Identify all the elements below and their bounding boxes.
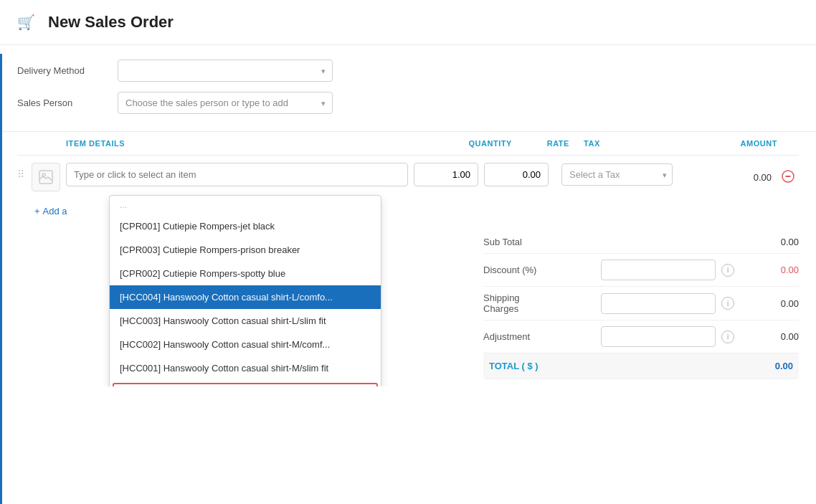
rate-input[interactable] [484,163,549,186]
discount-value: 0.00 [741,265,799,275]
discount-input[interactable] [601,260,716,280]
cart-icon: 🛒 [17,14,35,31]
total-row: TOTAL ( $ ) 0.00 [483,353,799,379]
col-header-tax: TAX [577,139,691,148]
tax-select[interactable]: Select a Tax [561,163,673,186]
delivery-method-row: Delivery Method ▾ [17,60,799,82]
add-new-item-button[interactable]: + Add New Item [113,383,378,386]
sales-person-select[interactable]: Choose the sales person or type to add [118,92,333,114]
page-header: 🛒 New Sales Order [0,0,816,45]
sales-person-wrapper: Choose the sales person or type to add ▾ [118,92,333,114]
subtotal-value: 0.00 [741,237,799,247]
sales-person-row: Sales Person Choose the sales person or … [17,92,799,114]
item-input-wrapper: ... [CPR001] Cutiepie Rompers-jet black … [66,163,408,186]
shipping-input[interactable] [601,293,716,314]
delivery-method-select[interactable] [118,60,333,82]
drag-handle-icon[interactable]: ⠿ [17,163,32,180]
item-dropdown: ... [CPR001] Cutiepie Rompers-jet black … [109,195,381,386]
total-label: TOTAL ( $ ) [489,361,612,371]
shipping-value: 0.00 [741,298,799,309]
adjustment-input[interactable] [601,326,716,347]
subtotal-row: Sub Total 0.00 [483,231,799,254]
dropdown-item-hcc004[interactable]: [HCC004] Hanswooly Cotton casual shirt-L… [110,285,381,309]
table-row: ⠿ ... [CPR001] Cutiepie Rompers-jet blac… [17,156,799,199]
amount-value: 0.00 [685,166,772,183]
discount-row: Discount (%) i 0.00 [483,254,799,287]
col-header-item-details: ITEM DETAILS [66,139,447,148]
form-section: Delivery Method ▾ Sales Person Choose th… [0,45,816,132]
col-header-amount: AMOUNT [691,139,777,148]
sales-person-label: Sales Person [17,98,118,108]
item-search-input[interactable] [66,163,408,186]
table-section: ITEM DETAILS QUANTITY RATE TAX AMOUNT ⠿ … [0,132,816,224]
add-item-label: Add a [43,206,67,217]
summary-table: Sub Total 0.00 Discount (%) i 0.00 Shipp… [483,231,799,379]
dropdown-item-hcc001[interactable]: [HCC001] Hanswooly Cotton casual shirt-M… [110,356,381,380]
adjustment-row: Adjustment i 0.00 [483,320,799,353]
dropdown-partial-item: ... [110,196,381,214]
dropdown-item-hcc003[interactable]: [HCC003] Hanswooly Cotton casual shirt-L… [110,309,381,333]
table-header: ITEM DETAILS QUANTITY RATE TAX AMOUNT [17,132,799,156]
total-value: 0.00 [736,361,793,371]
delete-row-button[interactable] [777,164,799,186]
dropdown-item-cpr001[interactable]: [CPR001] Cutiepie Rompers-jet black [110,214,381,238]
row-fields: Select a Tax ▾ 0.00 [414,163,799,186]
subtotal-label: Sub Total [483,237,612,247]
discount-info-icon: i [721,264,734,277]
delivery-method-wrapper: ▾ [118,60,333,82]
shipping-row: Shipping Charges i 0.00 [483,287,799,320]
dropdown-item-cpr002[interactable]: [CPR002] Cutiepie Rompers-spotty blue [110,262,381,285]
page-title: New Sales Order [48,13,174,32]
adjustment-info-icon: i [721,331,734,343]
shipping-label: Shipping Charges [483,293,542,314]
shipping-info-icon: i [721,297,734,310]
adjustment-label: Adjustment [483,331,542,342]
quantity-input[interactable] [414,163,478,186]
item-thumbnail [32,163,60,191]
add-item-icon: + [34,206,40,217]
adjustment-value: 0.00 [741,331,799,342]
add-item-button[interactable]: + Add a [34,206,67,217]
delivery-method-label: Delivery Method [17,65,118,76]
dropdown-item-hcc002[interactable]: [HCC002] Hanswooly Cotton casual shirt-M… [110,333,381,356]
left-accent-bar [0,54,2,386]
discount-label: Discount (%) [483,265,542,275]
dropdown-item-cpr003[interactable]: [CPR003] Cutiepie Rompers-prison breaker [110,238,381,262]
tax-select-wrapper: Select a Tax ▾ [561,163,673,186]
col-header-rate: RATE [519,139,577,148]
col-header-quantity: QUANTITY [447,139,519,148]
